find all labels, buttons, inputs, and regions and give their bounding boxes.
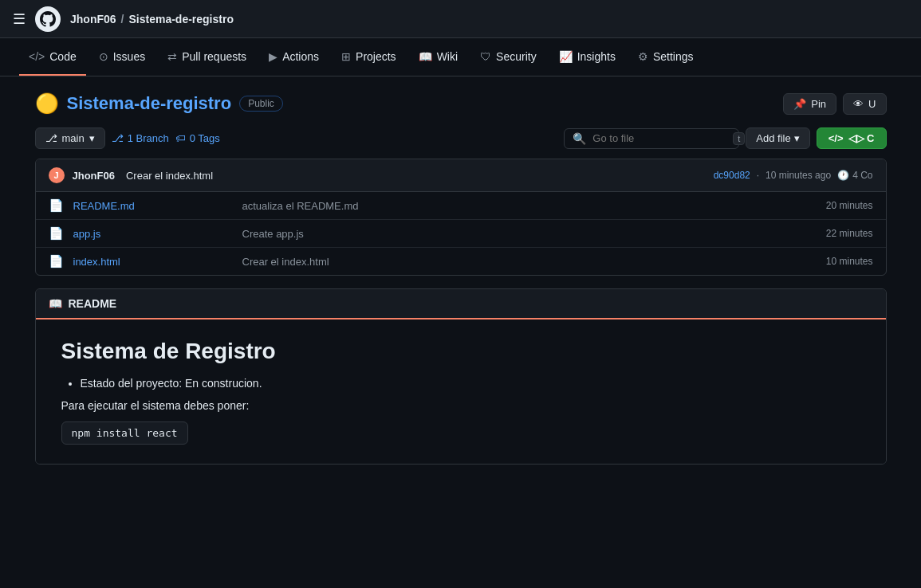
readme-code: npm install react — [61, 421, 188, 445]
code-bracket-icon: </> — [829, 132, 844, 144]
file-icon: 📄 — [49, 226, 64, 241]
branch-icon: ⎇ — [45, 132, 57, 144]
repo-name[interactable]: Sistema-de-registro — [67, 93, 232, 114]
commit-time: 10 minutes ago — [766, 170, 831, 181]
commit-avatar: J — [49, 167, 65, 183]
unwatch-button[interactable]: 👁 U — [843, 93, 886, 115]
readme-section: 📖 README Sistema de Registro Estado del … — [35, 288, 887, 465]
readme-list: Estado del proyecto: En construcion. — [81, 377, 860, 390]
branch-row: ⎇ main ▾ ⎇ 1 Branch 🏷 0 Tags 🔍 t Add fil… — [35, 127, 887, 149]
settings-icon: ⚙ — [638, 50, 648, 63]
repo-header: 🟡 Sistema-de-registro Public 📌 Pin 👁 U — [35, 92, 887, 115]
top-nav: ☰ JhonF06 / Sistema-de-registro — [0, 0, 921, 38]
commit-count[interactable]: 🕐 4 Co — [837, 170, 872, 181]
file-name-readme[interactable]: README.md — [73, 200, 233, 212]
tab-security[interactable]: 🛡 Security — [470, 38, 546, 76]
readme-header: 📖 README — [36, 289, 886, 319]
latest-commit-row: J JhonF06 Crear el index.html dc90d82 · … — [36, 159, 886, 192]
security-icon: 🛡 — [480, 50, 491, 63]
readme-para: Para ejecutar el sistema debes poner: — [61, 399, 860, 412]
pin-button[interactable]: 📌 Pin — [783, 93, 836, 115]
repo-title-group: 🟡 Sistema-de-registro Public — [35, 92, 283, 115]
branch-link-icon: ⎇ — [112, 132, 124, 144]
table-row: 📄 app.js Create app.js 22 minutes — [36, 220, 886, 248]
go-to-file-wrapper: 🔍 t — [564, 128, 739, 149]
commit-user[interactable]: JhonF06 — [73, 170, 115, 182]
tab-actions[interactable]: ▶ Actions — [259, 38, 329, 76]
wiki-icon: 📖 — [419, 50, 432, 63]
actions-icon: ▶ — [269, 50, 277, 63]
tag-count-link[interactable]: 🏷 0 Tags — [175, 132, 220, 144]
file-commit-msg-readme: actualiza el README.md — [242, 200, 817, 212]
repo-emoji: 🟡 — [35, 92, 59, 115]
breadcrumb-repo[interactable]: Sistema-de-registro — [128, 13, 233, 25]
eye-icon: 👁 — [853, 98, 864, 110]
branch-right: 🔍 t Add file ▾ </> ◁▷ C — [564, 127, 886, 149]
file-time-readme: 20 minutes — [826, 200, 873, 211]
chevron-down-icon: ▾ — [89, 132, 95, 144]
main-content: 🟡 Sistema-de-registro Public 📌 Pin 👁 U ⎇… — [22, 76, 899, 480]
branch-left: ⎇ main ▾ ⎇ 1 Branch 🏷 0 Tags — [35, 127, 220, 149]
tab-pull-requests[interactable]: ⇄ Pull requests — [158, 38, 256, 76]
insights-icon: 📈 — [559, 50, 573, 63]
commit-message: Crear el index.html — [126, 170, 213, 182]
tab-projects[interactable]: ⊞ Projects — [332, 38, 406, 76]
file-time-indexhtml: 10 minutes — [826, 256, 873, 267]
breadcrumb-sep: / — [121, 13, 124, 25]
code-icon: </> — [29, 50, 45, 63]
commit-dot-sep: · — [757, 170, 759, 181]
history-icon: 🕐 — [837, 170, 849, 181]
file-name-indexhtml[interactable]: index.html — [73, 256, 233, 268]
tab-wiki[interactable]: 📖 Wiki — [409, 38, 467, 76]
commit-meta: dc90d82 · 10 minutes ago 🕐 4 Co — [714, 170, 873, 181]
readme-body: Sistema de Registro Estado del proyecto:… — [36, 319, 886, 464]
repo-actions: 📌 Pin 👁 U — [783, 93, 886, 115]
tag-icon: 🏷 — [175, 132, 186, 144]
hamburger-icon[interactable]: ☰ — [13, 10, 26, 28]
file-commit-msg-appjs: Create app.js — [242, 228, 817, 240]
file-icon: 📄 — [49, 198, 64, 213]
readme-heading: Sistema de Registro — [61, 339, 860, 364]
tab-issues[interactable]: ⊙ Issues — [89, 38, 155, 76]
tab-settings[interactable]: ⚙ Settings — [628, 38, 703, 76]
pin-icon: 📌 — [793, 98, 806, 110]
branch-selector[interactable]: ⎇ main ▾ — [35, 127, 105, 149]
search-icon: 🔍 — [573, 132, 586, 145]
file-icon: 📄 — [49, 254, 64, 269]
breadcrumb: JhonF06 / Sistema-de-registro — [70, 13, 234, 25]
github-logo[interactable] — [35, 6, 61, 32]
projects-icon: ⊞ — [341, 50, 351, 63]
file-table: J JhonF06 Crear el index.html dc90d82 · … — [35, 159, 887, 276]
tab-insights[interactable]: 📈 Insights — [549, 38, 625, 76]
pr-icon: ⇄ — [167, 50, 177, 63]
branch-count-link[interactable]: ⎇ 1 Branch — [112, 132, 169, 144]
go-to-file-input[interactable] — [592, 132, 726, 144]
issues-icon: ⊙ — [99, 50, 108, 63]
chevron-down-icon-add: ▾ — [794, 132, 800, 144]
file-name-appjs[interactable]: app.js — [73, 228, 233, 240]
file-time-appjs: 22 minutes — [826, 228, 873, 239]
repo-nav: </> Code ⊙ Issues ⇄ Pull requests ▶ Acti… — [0, 38, 921, 76]
table-row: 📄 README.md actualiza el README.md 20 mi… — [36, 192, 886, 220]
table-row: 📄 index.html Crear el index.html 10 minu… — [36, 248, 886, 275]
commit-hash[interactable]: dc90d82 — [714, 170, 750, 181]
readme-title: README — [69, 297, 117, 310]
file-commit-msg-indexhtml: Crear el index.html — [242, 256, 817, 268]
visibility-badge: Public — [239, 96, 283, 112]
code-button[interactable]: </> ◁▷ C — [817, 127, 887, 149]
keyboard-hint: t — [733, 132, 745, 145]
add-file-button[interactable]: Add file ▾ — [746, 127, 809, 149]
book-icon: 📖 — [49, 297, 62, 310]
tab-code[interactable]: </> Code — [19, 38, 86, 76]
breadcrumb-user[interactable]: JhonF06 — [70, 13, 116, 25]
readme-list-item: Estado del proyecto: En construcion. — [81, 377, 860, 390]
